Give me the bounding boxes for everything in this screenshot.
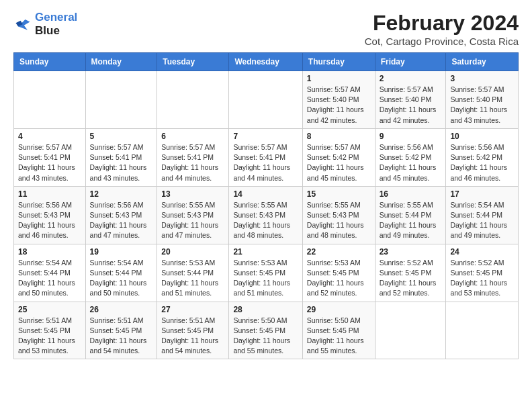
- day-number: 25: [18, 305, 81, 314]
- page-title: February 2024: [365, 11, 519, 36]
- calendar-cell: 10Sunrise: 5:56 AM Sunset: 5:42 PM Dayli…: [446, 128, 519, 186]
- calendar-cell: [85, 71, 157, 129]
- day-info: Sunrise: 5:57 AM Sunset: 5:41 PM Dayligh…: [161, 142, 224, 183]
- day-info: Sunrise: 5:53 AM Sunset: 5:44 PM Dayligh…: [161, 258, 224, 299]
- calendar-cell: 15Sunrise: 5:55 AM Sunset: 5:43 PM Dayli…: [302, 186, 375, 244]
- calendar-cell: 25Sunrise: 5:51 AM Sunset: 5:45 PM Dayli…: [14, 302, 86, 359]
- calendar-cell: 14Sunrise: 5:55 AM Sunset: 5:43 PM Dayli…: [229, 186, 302, 244]
- day-info: Sunrise: 5:55 AM Sunset: 5:44 PM Dayligh…: [380, 200, 442, 241]
- day-info: Sunrise: 5:53 AM Sunset: 5:45 PM Dayligh…: [307, 258, 371, 299]
- calendar-cell: 27Sunrise: 5:51 AM Sunset: 5:45 PM Dayli…: [157, 302, 229, 359]
- day-number: 21: [233, 247, 298, 257]
- weekday-header-saturday: Saturday: [446, 53, 519, 71]
- day-number: 29: [307, 305, 371, 314]
- calendar-header: SundayMondayTuesdayWednesdayThursdayFrid…: [14, 53, 519, 71]
- calendar-cell: 17Sunrise: 5:54 AM Sunset: 5:44 PM Dayli…: [446, 186, 519, 244]
- day-number: 4: [18, 132, 81, 141]
- calendar-cell: [157, 71, 229, 129]
- calendar-cell: 9Sunrise: 5:56 AM Sunset: 5:42 PM Daylig…: [375, 128, 446, 186]
- day-number: 16: [380, 189, 442, 199]
- header: General Blue February 2024 Cot, Cartago …: [13, 11, 519, 47]
- day-number: 19: [90, 247, 153, 257]
- day-info: Sunrise: 5:53 AM Sunset: 5:45 PM Dayligh…: [233, 258, 298, 299]
- logo-text: General Blue: [35, 11, 77, 37]
- day-number: 9: [380, 132, 442, 141]
- calendar-cell: 16Sunrise: 5:55 AM Sunset: 5:44 PM Dayli…: [375, 186, 446, 244]
- day-info: Sunrise: 5:56 AM Sunset: 5:43 PM Dayligh…: [90, 200, 153, 241]
- day-info: Sunrise: 5:57 AM Sunset: 5:42 PM Dayligh…: [307, 142, 371, 183]
- day-number: 5: [90, 132, 153, 141]
- calendar-cell: 4Sunrise: 5:57 AM Sunset: 5:41 PM Daylig…: [14, 128, 86, 186]
- logo: General Blue: [13, 11, 77, 37]
- calendar-cell: 6Sunrise: 5:57 AM Sunset: 5:41 PM Daylig…: [157, 128, 229, 186]
- logo-icon: [13, 15, 32, 34]
- calendar-cell: 11Sunrise: 5:56 AM Sunset: 5:43 PM Dayli…: [14, 186, 86, 244]
- calendar-cell: 19Sunrise: 5:54 AM Sunset: 5:44 PM Dayli…: [85, 244, 157, 302]
- day-info: Sunrise: 5:54 AM Sunset: 5:44 PM Dayligh…: [90, 258, 153, 299]
- calendar-cell: 20Sunrise: 5:53 AM Sunset: 5:44 PM Dayli…: [157, 244, 229, 302]
- day-info: Sunrise: 5:51 AM Sunset: 5:45 PM Dayligh…: [90, 316, 153, 357]
- day-number: 3: [450, 74, 514, 83]
- day-number: 24: [450, 247, 514, 257]
- calendar-cell: [375, 302, 446, 359]
- day-info: Sunrise: 5:54 AM Sunset: 5:44 PM Dayligh…: [450, 200, 514, 241]
- day-number: 23: [380, 247, 442, 257]
- day-number: 1: [307, 74, 371, 83]
- day-info: Sunrise: 5:56 AM Sunset: 5:42 PM Dayligh…: [450, 142, 514, 183]
- day-number: 20: [161, 247, 224, 257]
- day-info: Sunrise: 5:52 AM Sunset: 5:45 PM Dayligh…: [380, 258, 442, 299]
- weekday-header-thursday: Thursday: [302, 53, 375, 71]
- calendar-cell: 3Sunrise: 5:57 AM Sunset: 5:40 PM Daylig…: [446, 71, 519, 129]
- day-info: Sunrise: 5:50 AM Sunset: 5:45 PM Dayligh…: [233, 316, 298, 357]
- calendar-cell: 18Sunrise: 5:54 AM Sunset: 5:44 PM Dayli…: [14, 244, 86, 302]
- calendar-cell: 7Sunrise: 5:57 AM Sunset: 5:41 PM Daylig…: [229, 128, 302, 186]
- calendar-cell: 26Sunrise: 5:51 AM Sunset: 5:45 PM Dayli…: [85, 302, 157, 359]
- title-area: February 2024 Cot, Cartago Province, Cos…: [365, 11, 519, 47]
- day-info: Sunrise: 5:51 AM Sunset: 5:45 PM Dayligh…: [18, 316, 81, 357]
- calendar-cell: 1Sunrise: 5:57 AM Sunset: 5:40 PM Daylig…: [302, 71, 375, 129]
- day-info: Sunrise: 5:54 AM Sunset: 5:44 PM Dayligh…: [18, 258, 81, 299]
- day-info: Sunrise: 5:57 AM Sunset: 5:40 PM Dayligh…: [380, 85, 442, 126]
- calendar-table: SundayMondayTuesdayWednesdayThursdayFrid…: [13, 52, 519, 359]
- day-number: 14: [233, 189, 298, 199]
- day-number: 13: [161, 189, 224, 199]
- day-info: Sunrise: 5:57 AM Sunset: 5:41 PM Dayligh…: [233, 142, 298, 183]
- calendar-body: 1Sunrise: 5:57 AM Sunset: 5:40 PM Daylig…: [14, 71, 519, 359]
- day-info: Sunrise: 5:55 AM Sunset: 5:43 PM Dayligh…: [161, 200, 224, 241]
- weekday-header-wednesday: Wednesday: [229, 53, 302, 71]
- calendar-cell: 5Sunrise: 5:57 AM Sunset: 5:41 PM Daylig…: [85, 128, 157, 186]
- day-info: Sunrise: 5:57 AM Sunset: 5:41 PM Dayligh…: [18, 142, 81, 183]
- calendar-cell: 12Sunrise: 5:56 AM Sunset: 5:43 PM Dayli…: [85, 186, 157, 244]
- day-number: 15: [307, 189, 371, 199]
- day-number: 6: [161, 132, 224, 141]
- weekday-header-friday: Friday: [375, 53, 446, 71]
- calendar-cell: 29Sunrise: 5:50 AM Sunset: 5:45 PM Dayli…: [302, 302, 375, 359]
- day-info: Sunrise: 5:57 AM Sunset: 5:41 PM Dayligh…: [90, 142, 153, 183]
- weekday-header-monday: Monday: [85, 53, 157, 71]
- calendar-cell: 23Sunrise: 5:52 AM Sunset: 5:45 PM Dayli…: [375, 244, 446, 302]
- day-info: Sunrise: 5:52 AM Sunset: 5:45 PM Dayligh…: [450, 258, 514, 299]
- day-number: 17: [450, 189, 514, 199]
- day-info: Sunrise: 5:56 AM Sunset: 5:43 PM Dayligh…: [18, 200, 81, 241]
- calendar-cell: [446, 302, 519, 359]
- day-info: Sunrise: 5:51 AM Sunset: 5:45 PM Dayligh…: [161, 316, 224, 357]
- calendar-cell: 8Sunrise: 5:57 AM Sunset: 5:42 PM Daylig…: [302, 128, 375, 186]
- weekday-header-tuesday: Tuesday: [157, 53, 229, 71]
- day-number: 26: [90, 305, 153, 314]
- day-info: Sunrise: 5:57 AM Sunset: 5:40 PM Dayligh…: [450, 85, 514, 126]
- calendar-cell: 13Sunrise: 5:55 AM Sunset: 5:43 PM Dayli…: [157, 186, 229, 244]
- day-number: 22: [307, 247, 371, 257]
- calendar-cell: [229, 71, 302, 129]
- day-number: 28: [233, 305, 298, 314]
- day-number: 11: [18, 189, 81, 199]
- day-number: 8: [307, 132, 371, 141]
- weekday-header-sunday: Sunday: [14, 53, 86, 71]
- day-info: Sunrise: 5:50 AM Sunset: 5:45 PM Dayligh…: [307, 316, 371, 357]
- day-info: Sunrise: 5:56 AM Sunset: 5:42 PM Dayligh…: [380, 142, 442, 183]
- calendar-cell: 21Sunrise: 5:53 AM Sunset: 5:45 PM Dayli…: [229, 244, 302, 302]
- day-number: 7: [233, 132, 298, 141]
- day-number: 12: [90, 189, 153, 199]
- calendar-cell: 28Sunrise: 5:50 AM Sunset: 5:45 PM Dayli…: [229, 302, 302, 359]
- calendar-cell: 22Sunrise: 5:53 AM Sunset: 5:45 PM Dayli…: [302, 244, 375, 302]
- day-number: 2: [380, 74, 442, 83]
